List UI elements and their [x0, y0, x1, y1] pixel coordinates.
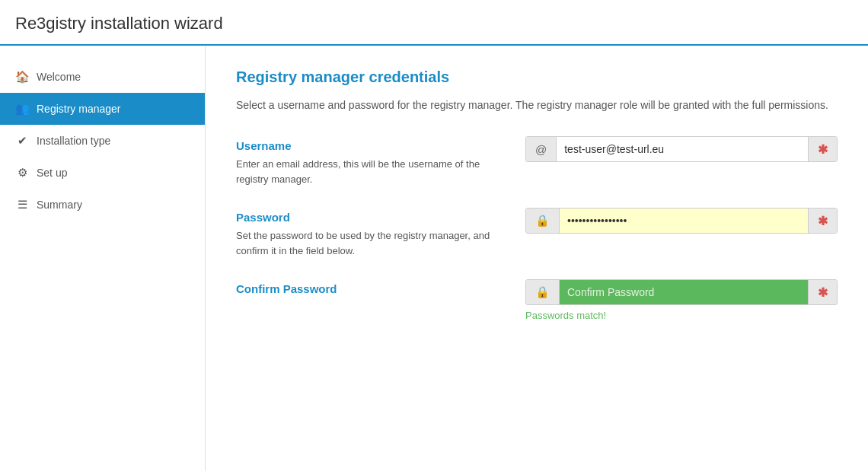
confirm-password-label: Confirm Password: [236, 282, 503, 295]
username-row: Username Enter an email address, this wi…: [236, 136, 838, 186]
users-icon: 👥: [15, 102, 29, 116]
password-label-area: Password Set the password to be used by …: [236, 208, 503, 258]
confirm-password-input-group: 🔒 ✱: [525, 279, 838, 305]
sidebar-item-label: Welcome: [37, 71, 81, 83]
home-icon: 🏠: [15, 70, 29, 84]
username-label-area: Username Enter an email address, this wi…: [236, 136, 503, 186]
confirm-password-label-area: Confirm Password: [236, 279, 503, 300]
header: Re3gistry installation wizard: [0, 0, 868, 46]
confirm-password-input-area: 🔒 ✱ Passwords match!: [525, 279, 838, 321]
sidebar-item-welcome[interactable]: 🏠 Welcome: [0, 61, 205, 93]
password-label: Password: [236, 211, 503, 224]
sidebar-item-summary[interactable]: ☰ Summary: [0, 189, 205, 221]
username-input-group: @ ✱: [525, 136, 838, 162]
password-row: Password Set the password to be used by …: [236, 208, 838, 258]
password-input-area: 🔒 ✱: [525, 208, 838, 234]
confirm-password-input[interactable]: [560, 280, 808, 304]
lock-confirm-icon: 🔒: [526, 280, 560, 304]
username-label: Username: [236, 139, 503, 152]
page-title: Re3gistry installation wizard: [15, 14, 853, 33]
content-area: Registry manager credentials Select a us…: [206, 46, 868, 471]
sidebar-item-label: Installation type: [37, 135, 110, 147]
lock-icon: 🔒: [526, 208, 560, 233]
username-required-indicator: ✱: [808, 137, 837, 161]
gear-icon: ⚙: [15, 166, 29, 180]
passwords-match-message: Passwords match!: [525, 310, 838, 321]
sidebar-item-registry-manager[interactable]: 👥 Registry manager: [0, 93, 205, 125]
sidebar: 🏠 Welcome 👥 Registry manager ✔ Installat…: [0, 46, 206, 471]
password-input-group: 🔒 ✱: [525, 208, 838, 234]
username-input-area: @ ✱: [525, 136, 838, 162]
sidebar-item-label: Set up: [37, 167, 67, 179]
section-title: Registry manager credentials: [236, 68, 838, 86]
confirm-password-required-indicator: ✱: [808, 280, 837, 304]
confirm-password-row: Confirm Password 🔒 ✱ Passwords match!: [236, 279, 838, 321]
username-help: Enter an email address, this will be the…: [236, 157, 503, 186]
sidebar-item-installation-type[interactable]: ✔ Installation type: [0, 125, 205, 157]
list-icon: ☰: [15, 198, 29, 212]
sidebar-item-set-up[interactable]: ⚙ Set up: [0, 157, 205, 189]
password-input[interactable]: [560, 208, 808, 233]
at-icon: @: [526, 137, 557, 161]
password-help: Set the password to be used by the regis…: [236, 228, 503, 258]
main-layout: 🏠 Welcome 👥 Registry manager ✔ Installat…: [0, 46, 868, 471]
password-required-indicator: ✱: [808, 208, 837, 233]
username-input[interactable]: [557, 137, 808, 161]
sidebar-item-label: Summary: [37, 199, 82, 211]
section-description: Select a username and password for the r…: [236, 97, 838, 113]
sidebar-item-label: Registry manager: [37, 103, 121, 115]
check-icon: ✔: [15, 134, 29, 148]
